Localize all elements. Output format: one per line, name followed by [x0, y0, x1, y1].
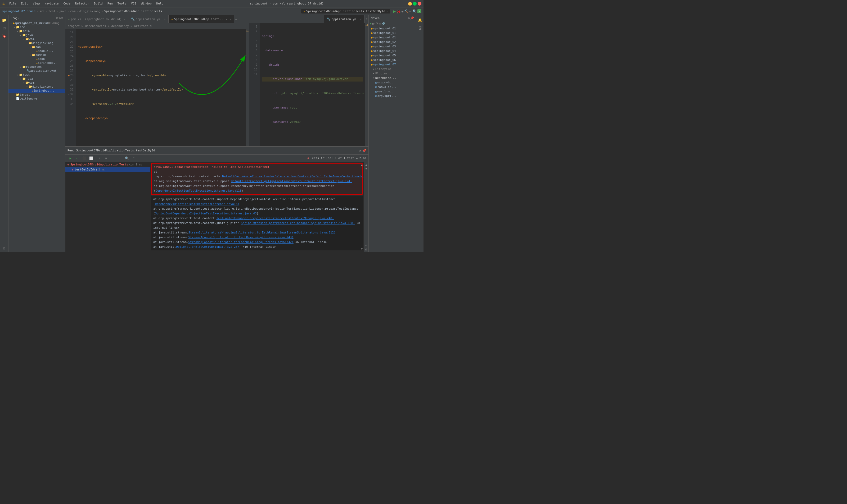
- scroll-down[interactable]: ▼: [361, 246, 363, 252]
- maven-gear-icon[interactable]: ⚙: [408, 16, 410, 20]
- tabs-options[interactable]: ≡: [364, 17, 368, 21]
- maven-lifecycle[interactable]: ▸ Lifecycle: [371, 67, 416, 71]
- tabs-overflow[interactable]: ⋯: [234, 17, 238, 21]
- stop-button2[interactable]: ⬜: [88, 156, 94, 161]
- scroll-down-btn[interactable]: ▼: [365, 167, 367, 170]
- tree-item-main[interactable]: ▾ 📁 main: [8, 29, 65, 33]
- test-class-item[interactable]: ⊗ Springboot07DruidApplicationTests com …: [66, 162, 150, 167]
- close-button[interactable]: [418, 2, 421, 5]
- tree-item-module[interactable]: ▾ ◉ springboot_07_druid D:\Ding: [8, 21, 65, 25]
- scroll-up[interactable]: ▲: [361, 162, 363, 168]
- tree-item-book[interactable]: ▸ ☕ Book: [8, 57, 65, 61]
- maven-item-01c[interactable]: ◉ springboot_01: [369, 35, 416, 40]
- menu-tools[interactable]: Tools: [115, 1, 128, 6]
- maven-plugins[interactable]: ▸ Plugins: [371, 71, 416, 76]
- settings-run-icon[interactable]: ⚙: [359, 149, 361, 152]
- tree-item-gitignore[interactable]: ▸ 📄 .gitignore: [8, 96, 65, 101]
- maven-run-icon[interactable]: ▶: [370, 22, 372, 25]
- settings-bottom-icon[interactable]: ⚙: [1, 245, 8, 252]
- left-code-area[interactable]: 19 20 21 22 23 24 25 26 27 ●28 29 30: [66, 29, 249, 146]
- debug-button[interactable]: 🐞: [396, 9, 401, 14]
- menu-refactor[interactable]: Refactor: [73, 1, 91, 6]
- run-button[interactable]: ▶: [393, 9, 396, 14]
- bookmarks-icon[interactable]: 🔖: [1, 32, 8, 40]
- tree-item-java-main[interactable]: ▾ 📁 java: [8, 33, 65, 37]
- menu-vcs[interactable]: VCS: [129, 1, 139, 6]
- tree-item-dao[interactable]: ▾ 📂 dao: [8, 45, 65, 49]
- dropdown-icon[interactable]: ▾: [226, 18, 227, 21]
- breadcrumb-test[interactable]: test: [49, 10, 56, 13]
- left-code-content[interactable]: <dependencies> <dependency> <groupId>org…: [76, 29, 246, 146]
- notifications-icon[interactable]: 🔔: [416, 16, 424, 24]
- menu-run[interactable]: Run: [105, 1, 115, 6]
- rerun-button[interactable]: ▶: [68, 156, 73, 161]
- filter-icon[interactable]: ≡: [61, 16, 63, 20]
- menu-build[interactable]: Build: [92, 1, 105, 6]
- gear-icon[interactable]: ⚙: [59, 16, 61, 20]
- maven-item-01b[interactable]: ◉ springboot_01: [369, 31, 416, 35]
- maven-item-01a[interactable]: ◉ springboot_01: [369, 26, 416, 31]
- tree-item-springboot-test[interactable]: ▸ ☕ Springboo...: [8, 89, 65, 93]
- up-button[interactable]: ↑: [110, 156, 116, 161]
- tree-item-domain[interactable]: ▾ 📂 domain: [8, 53, 65, 57]
- sync-icon[interactable]: ⟳: [56, 16, 58, 20]
- test-method-item[interactable]: ⊗ testGetById() 2 ms: [66, 167, 150, 172]
- tree-item-dingjiaxiong-main[interactable]: ▾ 📂 dingjiaxiong: [8, 41, 65, 45]
- maven-pin-icon[interactable]: 📌: [410, 16, 414, 20]
- tab-appyml[interactable]: 🔧 application.yml ✕: [128, 15, 168, 23]
- tree-item-target[interactable]: ▸ 📁 target: [8, 93, 65, 96]
- more-button[interactable]: ⋯: [409, 10, 411, 13]
- build-button[interactable]: 🔨: [404, 9, 409, 14]
- run-config-selector[interactable]: ☕ Springboot07DruidApplicationTests.test…: [301, 9, 390, 14]
- menu-edit[interactable]: Edit: [19, 1, 30, 6]
- database-icon[interactable]: 🗄: [416, 24, 424, 32]
- output-scrollbar[interactable]: ▲ ▼: [360, 162, 364, 252]
- export-button[interactable]: ⤴: [131, 156, 137, 161]
- tree-item-springboot-main[interactable]: ▸ ☕ Springboo...: [8, 61, 65, 65]
- tree-item-application-yml-main[interactable]: ▸ 🔧 application.yml: [8, 69, 65, 73]
- project-name[interactable]: springboot_07_druid: [2, 10, 35, 13]
- menu-view[interactable]: View: [31, 1, 42, 6]
- maximize-button[interactable]: [413, 2, 417, 5]
- project-icon[interactable]: 📁: [1, 16, 8, 24]
- tree-item-com-test[interactable]: ▾ 📂 com: [8, 81, 65, 85]
- maven-refresh-icon[interactable]: ⟳: [376, 22, 379, 25]
- wrap-btn[interactable]: ↩: [365, 244, 367, 247]
- maven-item-07[interactable]: ◉ springboot_07: [369, 62, 416, 67]
- search-button[interactable]: 🔍: [412, 9, 417, 14]
- filter-button[interactable]: ≡: [103, 156, 109, 161]
- pin-icon[interactable]: 📌: [362, 149, 366, 152]
- stop-button[interactable]: ⬛: [81, 156, 87, 161]
- tree-item-java-test[interactable]: ▾ 📁 java: [8, 77, 65, 81]
- maven-skip-icon[interactable]: ⏭: [372, 22, 375, 25]
- breadcrumb-src[interactable]: src: [39, 10, 44, 13]
- coverage-button[interactable]: ☂: [401, 9, 403, 14]
- git-status[interactable]: ✓: [417, 9, 421, 13]
- minimize-button[interactable]: [408, 2, 412, 5]
- menu-help[interactable]: Help: [154, 1, 166, 6]
- tree-item-com-main[interactable]: ▾ 📂 com: [8, 37, 65, 41]
- tree-item-test[interactable]: ▾ 📁 test: [8, 73, 65, 77]
- tab-springboot[interactable]: ☕ Springboot07DruidApplicati... ▾ ✕: [168, 15, 234, 23]
- maven-dependencies[interactable]: ▾ Dependenc...: [371, 76, 416, 80]
- structure-icon[interactable]: 🗂: [1, 24, 8, 32]
- menu-file[interactable]: File: [7, 1, 19, 6]
- breadcrumb-com[interactable]: com: [70, 10, 75, 13]
- tree-item-dingjiaxiong-test[interactable]: ▾ 📂 dingjiaxiong: [8, 85, 65, 89]
- dep-spring[interactable]: ▣ org.spri...: [369, 94, 416, 98]
- down-button[interactable]: ↓: [117, 156, 123, 161]
- dep-mybatis[interactable]: ▣ org.myb...: [369, 80, 416, 85]
- close-icon[interactable]: ✕: [124, 18, 125, 21]
- close-icon[interactable]: ✕: [360, 18, 362, 21]
- tree-item-resources[interactable]: ▾ 📁 resources: [8, 65, 65, 69]
- maven-item-02[interactable]: ◉ springboot_02: [369, 40, 416, 44]
- dep-mysql[interactable]: ▣ mysql-m...: [369, 89, 416, 94]
- breadcrumb-dingjiaxiong[interactable]: dingjiaxiong: [79, 10, 100, 13]
- maven-item-05[interactable]: ◉ springboot_05: [369, 53, 416, 58]
- maven-collapse-icon[interactable]: ⊟: [379, 22, 381, 25]
- maven-item-06[interactable]: ◉ springboot_06: [369, 58, 416, 62]
- dep-alibaba[interactable]: ▣ com.alib...: [369, 85, 416, 89]
- tab-appyml-right[interactable]: 🔧 application.yml ✕: [324, 15, 364, 23]
- sort-button[interactable]: ↕: [96, 156, 102, 161]
- maven-link-icon[interactable]: 🔗: [381, 22, 385, 25]
